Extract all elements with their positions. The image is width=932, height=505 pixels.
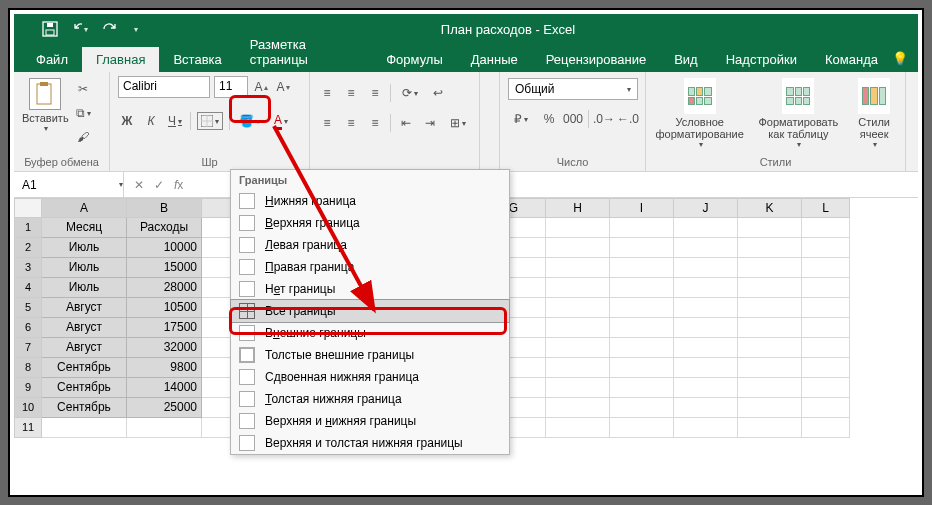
tab-data[interactable]: Данные (457, 47, 532, 72)
cell[interactable] (674, 418, 738, 438)
border-top-thick-bottom-item[interactable]: Верхняя и толстая нижняя границы (231, 432, 509, 454)
cut-icon[interactable]: ✂ (74, 80, 92, 98)
border-bottom-item[interactable]: Нижняя граница (231, 190, 509, 212)
cell[interactable] (674, 258, 738, 278)
cell[interactable] (610, 218, 674, 238)
cell[interactable] (674, 378, 738, 398)
cell[interactable] (738, 278, 802, 298)
cell[interactable] (802, 238, 850, 258)
border-outside-item[interactable]: Внешние границы (231, 322, 509, 344)
cell[interactable] (610, 258, 674, 278)
tab-view[interactable]: Вид (660, 47, 712, 72)
decrease-indent-icon[interactable]: ⇤ (397, 114, 415, 132)
row-header[interactable]: 8 (14, 358, 42, 378)
wrap-text-icon[interactable]: ↩ (429, 84, 447, 102)
align-bottom-icon[interactable]: ≡ (366, 84, 384, 102)
cell[interactable] (802, 298, 850, 318)
tell-me-icon[interactable]: 💡 (892, 44, 918, 72)
border-none-item[interactable]: Нет границы (231, 278, 509, 300)
cell[interactable]: Расходы (127, 218, 202, 238)
cell[interactable] (610, 318, 674, 338)
row-header[interactable]: 11 (14, 418, 42, 438)
border-left-item[interactable]: Левая граница (231, 234, 509, 256)
cell[interactable]: Сентябрь (42, 358, 127, 378)
decrease-decimal-icon[interactable]: ←.0 (619, 110, 637, 128)
cell[interactable] (610, 378, 674, 398)
cell[interactable] (546, 218, 610, 238)
font-color-button[interactable]: A▾ (268, 112, 294, 130)
cell[interactable] (127, 418, 202, 438)
row-header[interactable]: 3 (14, 258, 42, 278)
select-all-corner[interactable] (14, 198, 42, 218)
align-top-icon[interactable]: ≡ (318, 84, 336, 102)
cell[interactable] (674, 218, 738, 238)
cell[interactable]: 9800 (127, 358, 202, 378)
border-all-item[interactable]: Все границы (230, 299, 510, 323)
cell[interactable]: Месяц (42, 218, 127, 238)
cell[interactable] (674, 298, 738, 318)
tab-home[interactable]: Главная (82, 47, 159, 72)
border-double-bottom-item[interactable]: Сдвоенная нижняя граница (231, 366, 509, 388)
row-header[interactable]: 4 (14, 278, 42, 298)
border-top-item[interactable]: Верхняя граница (231, 212, 509, 234)
border-thick-outside-item[interactable]: Толстые внешние границы (231, 344, 509, 366)
cell[interactable]: 28000 (127, 278, 202, 298)
paste-button[interactable]: Вставить ▾ (22, 76, 68, 133)
cell[interactable] (546, 258, 610, 278)
cancel-formula-icon[interactable]: ✕ (134, 178, 144, 192)
col-header[interactable]: I (610, 198, 674, 218)
border-right-item[interactable]: Правая граница (231, 256, 509, 278)
cell[interactable] (546, 338, 610, 358)
decrease-font-icon[interactable]: A▾ (274, 78, 292, 96)
cell[interactable] (546, 418, 610, 438)
cell[interactable] (42, 418, 127, 438)
col-header[interactable]: A (42, 198, 127, 218)
font-name-input[interactable]: Calibri (118, 76, 210, 98)
border-top-bottom-item[interactable]: Верхняя и нижняя границы (231, 410, 509, 432)
row-header[interactable]: 10 (14, 398, 42, 418)
increase-indent-icon[interactable]: ⇥ (421, 114, 439, 132)
increase-decimal-icon[interactable]: .0→ (595, 110, 613, 128)
col-header[interactable]: J (674, 198, 738, 218)
cell[interactable] (610, 298, 674, 318)
tab-insert[interactable]: Вставка (159, 47, 235, 72)
cell[interactable] (738, 378, 802, 398)
cell[interactable]: Август (42, 318, 127, 338)
tab-addins[interactable]: Надстройки (712, 47, 811, 72)
row-header[interactable]: 5 (14, 298, 42, 318)
cell[interactable] (674, 338, 738, 358)
align-middle-icon[interactable]: ≡ (342, 84, 360, 102)
cell[interactable]: Сентябрь (42, 398, 127, 418)
cell[interactable] (802, 318, 850, 338)
enter-formula-icon[interactable]: ✓ (154, 178, 164, 192)
cell[interactable] (610, 338, 674, 358)
fx-icon[interactable]: fx (174, 178, 183, 192)
row-header[interactable]: 2 (14, 238, 42, 258)
cell[interactable] (674, 238, 738, 258)
cell[interactable] (802, 378, 850, 398)
cell[interactable]: Август (42, 338, 127, 358)
cell[interactable]: Август (42, 298, 127, 318)
row-header[interactable]: 9 (14, 378, 42, 398)
cell[interactable] (738, 398, 802, 418)
cell[interactable] (738, 238, 802, 258)
cell[interactable] (738, 258, 802, 278)
cell[interactable] (738, 358, 802, 378)
font-size-input[interactable]: 11 (214, 76, 248, 98)
bold-button[interactable]: Ж (118, 112, 136, 130)
italic-button[interactable]: К (142, 112, 160, 130)
name-box[interactable]: A1▾ (14, 172, 124, 197)
tab-formulas[interactable]: Формулы (372, 47, 457, 72)
border-thick-bottom-item[interactable]: Толстая нижняя граница (231, 388, 509, 410)
cell[interactable]: Июль (42, 258, 127, 278)
merge-button[interactable]: ⊞▾ (445, 114, 471, 132)
cell[interactable]: 15000 (127, 258, 202, 278)
cell[interactable] (802, 418, 850, 438)
row-header[interactable]: 6 (14, 318, 42, 338)
tab-file[interactable]: Файл (22, 47, 82, 72)
increase-font-icon[interactable]: A▴ (252, 78, 270, 96)
cell[interactable] (738, 298, 802, 318)
cell-styles-button[interactable]: Стили ячеек▾ (851, 76, 897, 149)
cell[interactable] (674, 358, 738, 378)
cell[interactable]: Июль (42, 238, 127, 258)
